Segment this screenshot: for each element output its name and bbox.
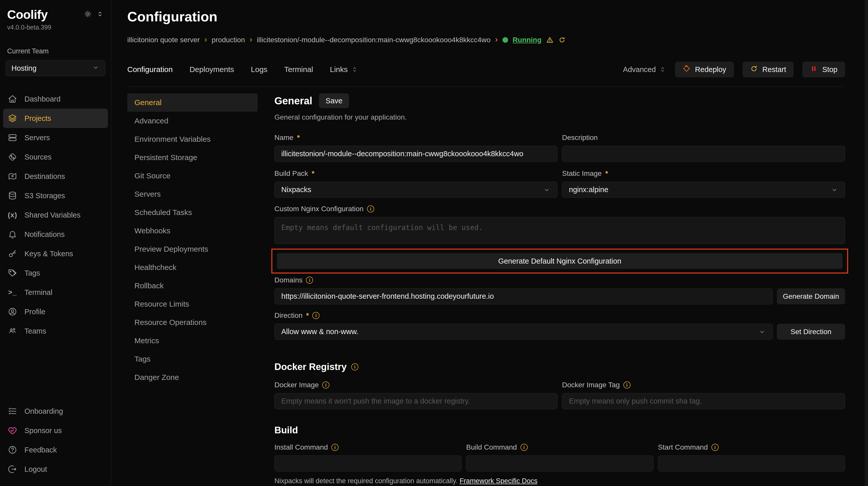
subnav-environment-variables[interactable]: Environment Variables — [127, 130, 257, 148]
sidebar-item-keys-tokens[interactable]: Keys & Tokens — [3, 244, 108, 263]
subnav-resource-operations[interactable]: Resource Operations — [127, 313, 257, 331]
install-command-label: Install Command — [274, 443, 328, 451]
info-icon[interactable]: i — [306, 277, 313, 284]
build-command-input[interactable] — [466, 455, 653, 472]
checklist-icon — [7, 407, 18, 416]
info-icon[interactable]: i — [367, 205, 374, 213]
static-image-select[interactable]: nginx:alpine — [562, 182, 845, 198]
start-command-input[interactable] — [658, 455, 845, 472]
sidebar-item-destinations[interactable]: Destinations — [3, 167, 108, 186]
scrollbar[interactable] — [865, 0, 868, 486]
breadcrumb-project[interactable]: illicitonion quote server — [127, 36, 200, 44]
save-button[interactable]: Save — [319, 93, 349, 108]
subnav-git-source[interactable]: Git Source — [127, 167, 257, 185]
info-icon[interactable]: i — [521, 444, 528, 451]
subnav-tags[interactable]: Tags — [127, 350, 257, 368]
name-input[interactable] — [274, 146, 557, 162]
framework-docs-link[interactable]: Framework Specific Docs — [460, 477, 537, 485]
sidebar-item-servers[interactable]: Servers — [3, 128, 108, 147]
description-label: Description — [562, 134, 598, 142]
sidebar-item-feedback[interactable]: Feedback — [3, 440, 108, 459]
sidebar-collapse-icon[interactable] — [96, 10, 104, 19]
users-icon — [7, 326, 18, 336]
info-icon[interactable]: i — [322, 381, 330, 389]
tab-configuration[interactable]: Configuration — [127, 65, 173, 74]
home-icon — [7, 94, 18, 104]
info-icon[interactable]: i — [623, 381, 630, 389]
tab-logs[interactable]: Logs — [251, 65, 268, 74]
tag-icon — [7, 268, 18, 278]
sidebar-item-sources[interactable]: Sources — [3, 147, 108, 167]
docker-image-label: Docker Image — [274, 381, 319, 389]
subnav-healthcheck[interactable]: Healthcheck — [127, 258, 257, 277]
subnav-metrics[interactable]: Metrics — [127, 331, 257, 350]
sidebar-item-terminal[interactable]: >_ Terminal — [3, 283, 108, 302]
map-icon — [7, 171, 18, 181]
info-icon[interactable]: i — [332, 444, 339, 451]
tab-links[interactable]: Links — [330, 65, 359, 74]
subnav-resource-limits[interactable]: Resource Limits — [127, 295, 257, 313]
set-direction-button[interactable]: Set Direction — [777, 324, 845, 340]
subnav-servers[interactable]: Servers — [127, 185, 257, 203]
user-icon — [7, 307, 18, 317]
subnav-webhooks[interactable]: Webhooks — [127, 222, 257, 240]
sidebar-item-shared-variables[interactable]: (x) Shared Variables — [3, 205, 108, 225]
subnav-scheduled-tasks[interactable]: Scheduled Tasks — [127, 203, 257, 222]
breadcrumb-environment[interactable]: production — [212, 36, 245, 44]
subnav-advanced[interactable]: Advanced — [127, 112, 257, 130]
tab-terminal[interactable]: Terminal — [284, 65, 313, 74]
stop-button[interactable]: Stop — [802, 62, 845, 77]
generate-nginx-config-button[interactable]: Generate Default Nginx Configuration — [277, 253, 842, 269]
subnav-rollback[interactable]: Rollback — [127, 277, 257, 295]
info-icon[interactable]: i — [351, 363, 359, 370]
refresh-icon[interactable] — [558, 36, 566, 44]
subnav-preview-deployments[interactable]: Preview Deployments — [127, 240, 257, 258]
sidebar-item-notifications[interactable]: Notifications — [3, 225, 108, 244]
subnav-persistent-storage[interactable]: Persistent Storage — [127, 148, 257, 167]
redeploy-button[interactable]: Redeploy — [675, 62, 734, 77]
name-label: Name — [274, 134, 293, 142]
warning-icon[interactable] — [546, 36, 554, 44]
sidebar-item-logout[interactable]: Logout — [3, 459, 108, 479]
sidebar-item-s3-storages[interactable]: S3 Storages — [3, 186, 108, 205]
sidebar-item-profile[interactable]: Profile — [3, 302, 108, 321]
sidebar-item-tags[interactable]: Tags — [3, 263, 108, 283]
restart-button[interactable]: Restart — [743, 62, 794, 77]
subnav-danger-zone[interactable]: Danger Zone — [127, 368, 257, 387]
team-select[interactable]: Hosting — [6, 60, 105, 76]
domains-label: Domains — [274, 276, 302, 284]
settings-subnav: General Advanced Environment Variables P… — [127, 93, 257, 486]
breadcrumb-application[interactable]: illicitestonion/-module--decomposition:m… — [257, 36, 491, 44]
theme-toggle-sun-icon[interactable] — [84, 10, 92, 19]
info-icon[interactable]: i — [312, 312, 319, 319]
direction-select[interactable]: Allow www & non-www. — [274, 324, 773, 340]
info-icon[interactable]: i — [711, 444, 719, 451]
status-badge[interactable]: Running — [513, 36, 542, 44]
sidebar-item-onboarding[interactable]: Onboarding — [3, 401, 108, 421]
generate-domain-button[interactable]: Generate Domain — [777, 288, 845, 304]
build-pack-select[interactable]: Nixpacks — [274, 182, 557, 198]
app-version: v4.0.0-beta.399 — [0, 22, 111, 31]
install-command-input[interactable] — [274, 455, 462, 472]
sidebar-item-sponsor[interactable]: Sponsor us — [3, 421, 108, 440]
servers-icon — [7, 133, 18, 142]
domains-input[interactable] — [274, 288, 773, 304]
team-select-value: Hosting — [11, 64, 36, 72]
sidebar-item-projects[interactable]: Projects — [3, 109, 108, 128]
advanced-dropdown[interactable]: Advanced — [623, 65, 666, 74]
tab-deployments[interactable]: Deployments — [189, 65, 234, 74]
app-logo: Coolify — [7, 8, 48, 22]
subnav-general[interactable]: General — [127, 93, 257, 112]
required-asterisk: * — [297, 134, 300, 142]
direction-label: Direction — [274, 312, 302, 320]
sidebar-item-teams[interactable]: Teams — [3, 321, 108, 341]
nginx-config-textarea[interactable] — [274, 217, 845, 244]
start-command-label: Start Command — [658, 443, 708, 451]
build-command-label: Build Command — [466, 443, 517, 451]
description-input[interactable] — [562, 146, 845, 162]
sidebar-item-dashboard[interactable]: Dashboard — [3, 89, 108, 109]
docker-image-input[interactable] — [274, 393, 557, 409]
sidebar-menu: Dashboard Projects Servers Sources Desti… — [0, 89, 111, 341]
database-icon — [7, 191, 18, 200]
docker-image-tag-input[interactable] — [562, 393, 845, 409]
